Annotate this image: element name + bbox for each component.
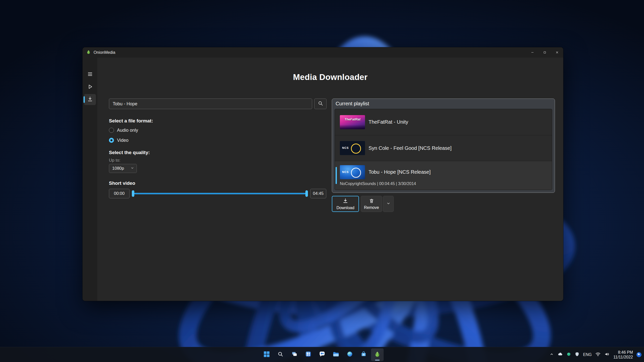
- download-icon: [342, 198, 348, 205]
- remove-button-label: Remove: [364, 205, 379, 210]
- slider-end-thumb[interactable]: [305, 190, 308, 197]
- search-icon: [318, 101, 323, 107]
- radio-label: Video: [117, 138, 129, 143]
- network-icon[interactable]: [595, 351, 601, 358]
- file-explorer-icon: [333, 351, 339, 358]
- playlist-item-subtitle: NoCopyrightSounds | 00:04:45 | 3/30/2014: [340, 182, 416, 186]
- chat-button[interactable]: [316, 348, 328, 361]
- tray-date: 11/11/2022: [613, 355, 633, 359]
- notification-center-button[interactable]: [636, 352, 641, 357]
- quality-dropdown[interactable]: 1080p: [109, 164, 137, 173]
- more-actions-button[interactable]: [383, 196, 394, 212]
- task-view-icon: [291, 351, 298, 358]
- selection-indicator: [336, 167, 337, 184]
- playlist-list: TheFatRat TheFatRat - Unity NCS Syn Cole…: [335, 109, 552, 190]
- video-thumbnail: NCS: [340, 141, 365, 155]
- playlist-panel: Current playlist TheFatRat TheFatRat - U…: [332, 99, 555, 193]
- sidebar: [83, 58, 97, 301]
- video-thumbnail: TheFatRat: [340, 115, 365, 129]
- playlist-item-title: Syn Cole - Feel Good [NCS Release]: [369, 145, 452, 151]
- trim-range-slider[interactable]: [132, 189, 308, 198]
- trim-end-input[interactable]: 04:45: [310, 189, 326, 198]
- taskbar: ENG 8:46 PM 11/11/2022: [0, 347, 644, 362]
- system-tray: ENG 8:46 PM 11/11/2022: [549, 347, 641, 362]
- search-input[interactable]: [109, 99, 312, 109]
- nav-settings-button[interactable]: [84, 299, 96, 301]
- thumbnail-text: NCS: [342, 146, 349, 149]
- download-icon: [87, 96, 93, 103]
- security-shield-icon[interactable]: [575, 352, 580, 358]
- thumbnail-text: TheFatRat: [340, 117, 365, 121]
- playlist-item-title: TheFatRat - Unity: [369, 119, 408, 125]
- volume-icon[interactable]: [604, 351, 610, 358]
- app-window: OnionMedia: [83, 47, 563, 301]
- playlist-item-title: Tobu - Hope [NCS Release]: [369, 169, 431, 175]
- app-icon: [86, 50, 91, 56]
- radio-circle-icon: [109, 138, 114, 143]
- app-title: OnionMedia: [94, 50, 115, 55]
- slider-fill: [133, 193, 307, 194]
- download-button[interactable]: Download: [332, 196, 359, 212]
- taskbar-search-button[interactable]: [274, 348, 287, 361]
- titlebar[interactable]: OnionMedia: [83, 47, 563, 58]
- task-view-button[interactable]: [288, 348, 301, 361]
- radio-audio-only[interactable]: Audio only: [109, 127, 138, 133]
- tray-time: 8:46 PM: [613, 350, 633, 355]
- nav-downloader-button[interactable]: [84, 94, 96, 105]
- widgets-button[interactable]: [302, 348, 314, 361]
- nav-player-button[interactable]: [84, 82, 96, 93]
- radio-video[interactable]: Video: [109, 137, 129, 143]
- taskbar-clock[interactable]: 8:46 PM 11/11/2022: [613, 350, 633, 359]
- hidden-icons-chevron[interactable]: [549, 352, 554, 357]
- page-title: Media Downloader: [97, 72, 563, 82]
- playlist-item[interactable]: NCS Syn Cole - Feel Good [NCS Release]: [335, 135, 552, 161]
- search-icon: [277, 351, 284, 358]
- trim-start-input[interactable]: 00:00: [109, 189, 130, 198]
- quality-hint-label: Up to:: [109, 158, 120, 163]
- format-section-label: Select a file format:: [109, 118, 153, 124]
- playlist-item-selected[interactable]: NCS Tobu - Hope [NCS Release] NoCopyrigh…: [335, 161, 552, 190]
- download-button-label: Download: [336, 206, 354, 210]
- windows-logo-icon: [263, 351, 270, 359]
- file-explorer-button[interactable]: [330, 348, 342, 361]
- widgets-icon: [305, 351, 312, 358]
- playlist-item[interactable]: TheFatRat TheFatRat - Unity: [335, 109, 552, 135]
- playlist-title: Current playlist: [332, 99, 555, 107]
- gear-icon: [87, 301, 93, 301]
- taskbar-app-group: [260, 348, 384, 361]
- edge-button[interactable]: [343, 348, 356, 361]
- chevron-down-icon: [386, 201, 390, 206]
- quality-value: 1080p: [112, 166, 124, 171]
- slider-start-thumb[interactable]: [132, 190, 134, 197]
- radio-label: Audio only: [117, 128, 138, 133]
- close-button[interactable]: [551, 47, 563, 58]
- start-button[interactable]: [260, 348, 273, 361]
- quality-section-label: Select the quality:: [109, 150, 150, 155]
- play-icon: [87, 84, 93, 91]
- onionmedia-taskbar-button[interactable]: [371, 348, 384, 361]
- store-icon: [360, 351, 367, 358]
- radio-circle-icon: [109, 128, 114, 133]
- onionmedia-app-icon: [374, 351, 381, 359]
- language-indicator[interactable]: ENG: [583, 352, 592, 357]
- nav-menu-button[interactable]: [84, 69, 96, 80]
- hamburger-icon: [87, 71, 93, 78]
- chevron-down-icon: [131, 166, 134, 171]
- store-button[interactable]: [357, 348, 370, 361]
- search-button[interactable]: [314, 99, 327, 109]
- trash-icon: [369, 198, 374, 205]
- minimize-button[interactable]: [526, 47, 539, 58]
- maximize-button[interactable]: [539, 47, 551, 58]
- video-thumbnail: NCS: [340, 165, 365, 179]
- active-app-indicator: [375, 360, 380, 360]
- desktop: OnionMedia: [0, 0, 644, 362]
- nav-selection-indicator: [84, 96, 85, 103]
- onedrive-cloud-icon[interactable]: [557, 351, 563, 358]
- chat-icon: [319, 351, 326, 358]
- remove-button[interactable]: Remove: [361, 196, 382, 212]
- trim-section-label: Short video: [109, 180, 135, 186]
- thumbnail-text: NCS: [342, 170, 349, 173]
- edge-icon: [346, 351, 353, 358]
- tray-app-icon[interactable]: [567, 352, 571, 357]
